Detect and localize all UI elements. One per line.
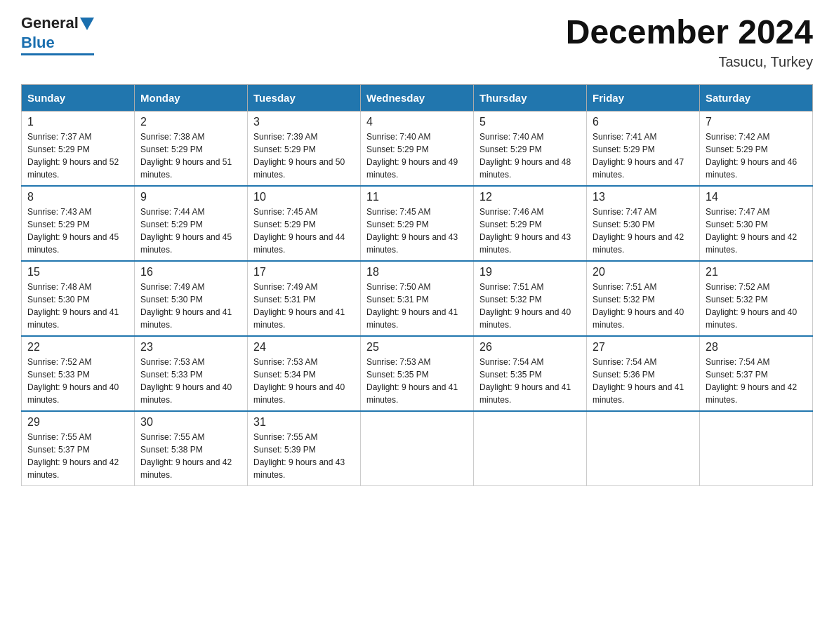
header-tuesday: Tuesday — [248, 84, 361, 111]
calendar-day-cell: 30 Sunrise: 7:55 AM Sunset: 5:38 PM Dayl… — [135, 411, 248, 486]
calendar-day-cell: 3 Sunrise: 7:39 AM Sunset: 5:29 PM Dayli… — [248, 111, 361, 186]
day-info: Sunrise: 7:40 AM Sunset: 5:29 PM Dayligh… — [366, 130, 468, 181]
header-thursday: Thursday — [474, 84, 587, 111]
day-number: 5 — [479, 116, 581, 128]
calendar-day-cell: 18 Sunrise: 7:50 AM Sunset: 5:31 PM Dayl… — [361, 261, 474, 336]
calendar-day-cell: 15 Sunrise: 7:48 AM Sunset: 5:30 PM Dayl… — [22, 261, 135, 336]
day-info: Sunrise: 7:53 AM Sunset: 5:33 PM Dayligh… — [140, 356, 241, 406]
day-number: 2 — [140, 116, 241, 128]
day-number: 19 — [479, 266, 581, 279]
calendar-day-cell: 16 Sunrise: 7:49 AM Sunset: 5:30 PM Dayl… — [135, 261, 248, 336]
day-info: Sunrise: 7:55 AM Sunset: 5:39 PM Dayligh… — [253, 431, 355, 481]
day-info: Sunrise: 7:55 AM Sunset: 5:37 PM Dayligh… — [27, 431, 128, 481]
calendar-week-row: 8 Sunrise: 7:43 AM Sunset: 5:29 PM Dayli… — [22, 186, 813, 261]
calendar-day-cell: 26 Sunrise: 7:54 AM Sunset: 5:35 PM Dayl… — [474, 336, 587, 411]
calendar-week-row: 15 Sunrise: 7:48 AM Sunset: 5:30 PM Dayl… — [22, 261, 813, 336]
calendar-day-cell — [361, 411, 474, 486]
day-info: Sunrise: 7:47 AM Sunset: 5:30 PM Dayligh… — [706, 206, 807, 256]
calendar-day-cell: 5 Sunrise: 7:40 AM Sunset: 5:29 PM Dayli… — [474, 111, 587, 186]
day-info: Sunrise: 7:50 AM Sunset: 5:31 PM Dayligh… — [366, 281, 468, 331]
day-number: 31 — [253, 416, 355, 429]
calendar-day-cell: 21 Sunrise: 7:52 AM Sunset: 5:32 PM Dayl… — [700, 261, 813, 336]
calendar-day-cell: 29 Sunrise: 7:55 AM Sunset: 5:37 PM Dayl… — [22, 411, 135, 486]
day-info: Sunrise: 7:49 AM Sunset: 5:31 PM Dayligh… — [253, 281, 355, 331]
calendar-day-cell: 6 Sunrise: 7:41 AM Sunset: 5:29 PM Dayli… — [587, 111, 700, 186]
calendar-day-cell — [700, 411, 813, 486]
day-number: 24 — [253, 341, 355, 354]
day-info: Sunrise: 7:55 AM Sunset: 5:38 PM Dayligh… — [140, 431, 241, 481]
day-number: 8 — [27, 191, 128, 203]
calendar-day-cell: 19 Sunrise: 7:51 AM Sunset: 5:32 PM Dayl… — [474, 261, 587, 336]
day-info: Sunrise: 7:52 AM Sunset: 5:32 PM Dayligh… — [706, 281, 807, 331]
day-info: Sunrise: 7:37 AM Sunset: 5:29 PM Dayligh… — [27, 130, 128, 181]
calendar-day-cell: 8 Sunrise: 7:43 AM Sunset: 5:29 PM Dayli… — [22, 186, 135, 261]
day-info: Sunrise: 7:52 AM Sunset: 5:33 PM Dayligh… — [27, 356, 128, 406]
calendar-day-cell: 4 Sunrise: 7:40 AM Sunset: 5:29 PM Dayli… — [361, 111, 474, 186]
day-info: Sunrise: 7:47 AM Sunset: 5:30 PM Dayligh… — [593, 206, 694, 256]
calendar-day-cell: 2 Sunrise: 7:38 AM Sunset: 5:29 PM Dayli… — [135, 111, 248, 186]
day-number: 4 — [366, 116, 468, 128]
day-info: Sunrise: 7:48 AM Sunset: 5:30 PM Dayligh… — [27, 281, 128, 331]
header-wednesday: Wednesday — [361, 84, 474, 111]
calendar-day-cell: 17 Sunrise: 7:49 AM Sunset: 5:31 PM Dayl… — [248, 261, 361, 336]
calendar-day-cell: 10 Sunrise: 7:45 AM Sunset: 5:29 PM Dayl… — [248, 186, 361, 261]
day-info: Sunrise: 7:54 AM Sunset: 5:36 PM Dayligh… — [593, 356, 694, 406]
day-info: Sunrise: 7:49 AM Sunset: 5:30 PM Dayligh… — [140, 281, 241, 331]
calendar-week-row: 22 Sunrise: 7:52 AM Sunset: 5:33 PM Dayl… — [22, 336, 813, 411]
day-number: 23 — [140, 341, 241, 354]
day-number: 11 — [366, 191, 468, 203]
day-number: 6 — [593, 116, 694, 128]
day-number: 9 — [140, 191, 241, 203]
day-number: 14 — [706, 191, 807, 203]
day-number: 22 — [27, 341, 128, 354]
day-info: Sunrise: 7:45 AM Sunset: 5:29 PM Dayligh… — [253, 206, 355, 256]
day-info: Sunrise: 7:51 AM Sunset: 5:32 PM Dayligh… — [593, 281, 694, 331]
calendar-day-cell: 27 Sunrise: 7:54 AM Sunset: 5:36 PM Dayl… — [587, 336, 700, 411]
day-info: Sunrise: 7:54 AM Sunset: 5:37 PM Dayligh… — [706, 356, 807, 406]
day-info: Sunrise: 7:41 AM Sunset: 5:29 PM Dayligh… — [593, 130, 694, 181]
day-info: Sunrise: 7:43 AM Sunset: 5:29 PM Dayligh… — [27, 206, 128, 256]
page-header: General Blue December 2024 Tasucu, Turke… — [21, 14, 813, 70]
day-info: Sunrise: 7:42 AM Sunset: 5:29 PM Dayligh… — [706, 130, 807, 181]
header-monday: Monday — [135, 84, 248, 111]
day-info: Sunrise: 7:53 AM Sunset: 5:35 PM Dayligh… — [366, 356, 468, 406]
day-number: 13 — [593, 191, 694, 203]
title-block: December 2024 Tasucu, Turkey — [566, 14, 813, 70]
calendar-day-cell: 23 Sunrise: 7:53 AM Sunset: 5:33 PM Dayl… — [135, 336, 248, 411]
day-number: 10 — [253, 191, 355, 203]
calendar-title: December 2024 — [566, 14, 813, 51]
day-number: 18 — [366, 266, 468, 279]
day-info: Sunrise: 7:54 AM Sunset: 5:35 PM Dayligh… — [479, 356, 581, 406]
logo: General Blue — [21, 14, 94, 55]
calendar-day-cell: 31 Sunrise: 7:55 AM Sunset: 5:39 PM Dayl… — [248, 411, 361, 486]
day-number: 15 — [27, 266, 128, 279]
calendar-header-row: Sunday Monday Tuesday Wednesday Thursday… — [22, 84, 813, 111]
day-number: 26 — [479, 341, 581, 354]
day-info: Sunrise: 7:51 AM Sunset: 5:32 PM Dayligh… — [479, 281, 581, 331]
day-number: 25 — [366, 341, 468, 354]
calendar-day-cell: 22 Sunrise: 7:52 AM Sunset: 5:33 PM Dayl… — [22, 336, 135, 411]
day-info: Sunrise: 7:38 AM Sunset: 5:29 PM Dayligh… — [140, 130, 241, 181]
day-info: Sunrise: 7:40 AM Sunset: 5:29 PM Dayligh… — [479, 130, 581, 181]
header-sunday: Sunday — [22, 84, 135, 111]
day-number: 3 — [253, 116, 355, 128]
calendar-day-cell: 12 Sunrise: 7:46 AM Sunset: 5:29 PM Dayl… — [474, 186, 587, 261]
calendar-week-row: 29 Sunrise: 7:55 AM Sunset: 5:37 PM Dayl… — [22, 411, 813, 486]
calendar-day-cell: 24 Sunrise: 7:53 AM Sunset: 5:34 PM Dayl… — [248, 336, 361, 411]
day-number: 7 — [706, 116, 807, 128]
day-info: Sunrise: 7:44 AM Sunset: 5:29 PM Dayligh… — [140, 206, 241, 256]
logo-general-text: General — [21, 14, 79, 32]
calendar-day-cell: 20 Sunrise: 7:51 AM Sunset: 5:32 PM Dayl… — [587, 261, 700, 336]
calendar-day-cell: 9 Sunrise: 7:44 AM Sunset: 5:29 PM Dayli… — [135, 186, 248, 261]
logo-triangle-icon — [80, 18, 94, 30]
day-info: Sunrise: 7:39 AM Sunset: 5:29 PM Dayligh… — [253, 130, 355, 181]
day-number: 16 — [140, 266, 241, 279]
day-info: Sunrise: 7:45 AM Sunset: 5:29 PM Dayligh… — [366, 206, 468, 256]
calendar-day-cell — [474, 411, 587, 486]
header-friday: Friday — [587, 84, 700, 111]
day-number: 29 — [27, 416, 128, 429]
day-number: 27 — [593, 341, 694, 354]
day-number: 1 — [27, 116, 128, 128]
calendar-day-cell: 1 Sunrise: 7:37 AM Sunset: 5:29 PM Dayli… — [22, 111, 135, 186]
logo-blue-text: Blue — [21, 34, 55, 52]
